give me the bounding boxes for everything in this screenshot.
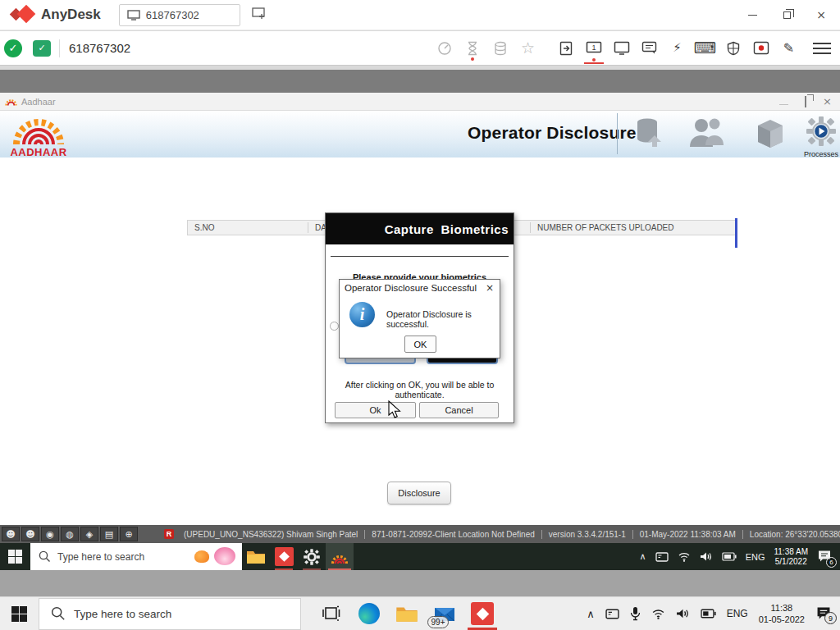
task-view-icon[interactable] [313, 597, 350, 630]
column-sno: S.NO [188, 222, 308, 233]
supervisor-icon[interactable]: ☻ [21, 527, 39, 541]
printer-icon[interactable]: ▤ [100, 527, 118, 541]
aadhaar-logo: AADHAAR [7, 112, 71, 158]
aadhaar-app-body: S.NO DATE NUMBER OF PACKETS UPLOADED Cap… [0, 158, 840, 525]
remote-tablet-mode-icon[interactable] [655, 551, 669, 563]
aadhaar-close-button[interactable]: × [823, 96, 832, 107]
remote-volume-icon[interactable] [700, 551, 713, 562]
local-start-button[interactable] [11, 606, 27, 622]
remote-desktop: Aadhaar × AADHAAR Operator Disclosure [0, 70, 840, 570]
local-battery-icon[interactable] [701, 609, 716, 619]
remote-clock[interactable]: 11:38 AM 5/1/2022 [774, 547, 808, 567]
aadhaar-restore-button[interactable] [805, 97, 806, 107]
scroll-strip [735, 218, 737, 248]
remote-battery-icon[interactable] [722, 552, 737, 561]
operators-users-icon[interactable] [687, 116, 725, 153]
local-notification-icon[interactable]: 9 [815, 606, 832, 621]
record-session-icon[interactable] [752, 38, 769, 59]
msgbox-title: Operator Disclosure Successful [345, 283, 477, 293]
remote-aadhaar-app-icon[interactable] [326, 543, 354, 570]
permissions-shield-icon[interactable] [724, 38, 742, 59]
disclosure-button[interactable]: Disclosure [387, 482, 451, 504]
remote-search-placeholder: Type here to search [57, 551, 144, 563]
disclosure-success-msgbox: Operator Disclosure Successful × i Opera… [339, 279, 500, 358]
keyboard-icon[interactable]: ⌨ [696, 38, 714, 59]
chat-icon[interactable] [641, 38, 658, 59]
status-location: Location: 26°33'20.053800 N,80°30'6.4746… [743, 530, 840, 539]
capture-dialog-title: Capture Biometrics [326, 213, 514, 244]
monitor-icon[interactable] [613, 38, 630, 59]
database-icon[interactable] [491, 38, 509, 59]
minimize-button[interactable] [745, 7, 760, 22]
app-statusbar: ☻ ☻ ◉ ◍ ◈ ▤ ⊕ R (UPEDU_UNO_NS436322) Shi… [0, 525, 840, 543]
svg-text:1: 1 [591, 43, 596, 52]
search-icon [39, 550, 51, 563]
msgbox-close-icon[interactable]: × [486, 283, 500, 293]
local-wifi-icon[interactable] [651, 608, 665, 619]
aadhaar-minimize-button[interactable] [779, 97, 788, 107]
slap-scanner-icon[interactable]: ◈ [80, 527, 98, 541]
anydesk-toolbar: ✓ ✓ 618767302 ☆ 1 ⚡ ⌨ [0, 31, 840, 66]
remote-settings-icon[interactable] [298, 543, 326, 570]
monitor-icon [127, 10, 140, 21]
hourglass-icon[interactable] [463, 38, 481, 59]
local-tray-chevron-icon[interactable]: ∧ [587, 609, 595, 619]
mouse-cursor [387, 400, 401, 419]
column-packets: NUMBER OF PACKETS UPLOADED [530, 222, 735, 233]
remote-notification-icon[interactable]: 6 [817, 550, 833, 564]
capture-cancel-button[interactable]: Cancel [419, 402, 499, 418]
database-sync-icon[interactable] [633, 116, 664, 153]
whiteboard-pen-icon[interactable]: ✎ [780, 38, 797, 59]
remote-tray-chevron-icon[interactable]: ∧ [640, 552, 646, 561]
remote-language-indicator[interactable]: ENG [746, 552, 765, 562]
registered-badge: R [164, 529, 174, 539]
local-language-indicator[interactable]: ENG [727, 608, 748, 619]
network-globe-icon[interactable]: ⊕ [120, 527, 138, 541]
edge-browser-icon[interactable] [350, 597, 388, 630]
operator-icon[interactable]: ☻ [2, 527, 20, 541]
close-button[interactable]: × [814, 7, 829, 22]
remote-wifi-icon[interactable] [678, 551, 691, 562]
remote-taskbar: Type here to search ∧ ENG 11:38 AM 5/1/2… [0, 543, 840, 570]
packets-box-icon[interactable] [753, 116, 788, 153]
status-operator: (UPEDU_UNO_NS436322) Shivam Singh Patel [177, 530, 365, 539]
local-file-explorer-icon[interactable] [388, 597, 426, 630]
session-tab-label: 618767302 [146, 9, 199, 21]
monitor-1-tab-icon[interactable]: 1 [585, 38, 602, 59]
iris-eye-icon[interactable]: ◉ [41, 527, 59, 541]
anydesk-logo-icon [10, 5, 38, 25]
local-search-placeholder: Type here to search [74, 608, 171, 620]
local-volume-icon[interactable] [676, 608, 690, 619]
speed-mode-icon[interactable] [436, 38, 453, 59]
aadhaar-window-icon [5, 96, 17, 107]
actions-lightning-icon[interactable]: ⚡ [669, 38, 686, 59]
authenticate-note: After clicking on OK, you will be able t… [326, 380, 514, 399]
aadhaar-brand-text: AADHAAR [7, 146, 71, 158]
remote-notification-badge: 6 [826, 557, 837, 568]
biometric-radio[interactable] [330, 322, 339, 331]
local-tablet-mode-icon[interactable] [605, 608, 619, 620]
local-search-box[interactable]: Type here to search [39, 598, 301, 630]
remote-start-button[interactable] [8, 550, 22, 564]
favorites-star-icon[interactable]: ☆ [519, 38, 536, 59]
remote-file-explorer-icon[interactable] [242, 543, 270, 570]
file-transfer-icon[interactable] [557, 38, 574, 59]
fingerprint-icon[interactable]: ◍ [61, 527, 79, 541]
local-anydesk-icon[interactable] [463, 597, 501, 630]
msgbox-message: Operator Disclosure is successful. [386, 309, 500, 329]
menu-icon[interactable] [813, 38, 830, 59]
anydesk-titlebar: AnyDesk 618767302 × [0, 0, 840, 30]
session-tab[interactable]: 618767302 [119, 4, 240, 26]
remote-search-box[interactable]: Type here to search [30, 543, 242, 570]
capture-ok-button[interactable]: Ok [335, 402, 416, 418]
remote-anydesk-icon[interactable] [270, 543, 298, 570]
restore-button[interactable] [779, 7, 794, 22]
status-datetime: 01-May-2022 11:38:03 AM [633, 530, 743, 539]
local-clock[interactable]: 11:38 01-05-2022 [759, 602, 805, 625]
msgbox-ok-button[interactable]: OK [404, 336, 436, 353]
microphone-icon[interactable] [630, 606, 641, 621]
local-notification-badge: 9 [824, 612, 837, 624]
mail-app-icon[interactable]: 99+ [426, 597, 463, 630]
processes-icon[interactable]: Processes [804, 116, 838, 158]
new-session-button[interactable] [252, 7, 267, 23]
